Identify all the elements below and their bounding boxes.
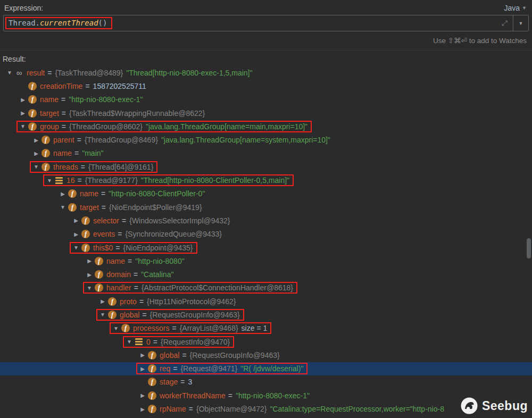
field-icon: f (41, 149, 50, 157)
equals-sign: = (128, 257, 132, 265)
variable-name: creationTime (40, 82, 82, 90)
field-icon: f (148, 351, 156, 360)
equals-sign: = (101, 189, 105, 198)
tree-row[interactable]: ▼fprocessors={ArrayList@9468}size = 1 (0, 322, 532, 335)
field-icon: f (41, 136, 50, 144)
variable-name: stage (160, 378, 178, 386)
annotation-box: ▶freq={Request@9471}"R( /jdvw/deserial)" (136, 363, 307, 374)
equals-sign: = (78, 176, 82, 185)
tree-row[interactable]: ▶frpName={ObjectName@9472}"Catalina:type… (0, 402, 532, 415)
variable-name: result (27, 69, 45, 77)
row-content: ▶fevents={SynchronizedQueue@9433} (70, 228, 226, 240)
row-content: ▶fworkerThreadName="http-nio-8080-exec-1… (136, 390, 314, 402)
hint-row: Use ⇧⌘⏎ to add to Watches (0, 31, 532, 51)
expand-arrow-icon[interactable]: ▶ (137, 392, 148, 398)
tree-row[interactable]: ▼∞result={TaskThread@8489}"Thread[http-n… (0, 66, 532, 79)
tree-row[interactable]: ▶fname="http-nio-8080-exec-1" (0, 93, 532, 106)
variable-name: global (120, 311, 139, 319)
tree-row[interactable]: ▶fglobal={RequestGroupInfo@9463} (0, 348, 532, 362)
expand-arrow-icon[interactable]: ▶ (137, 352, 148, 358)
variable-name: name (80, 189, 98, 198)
tree-row[interactable]: ▶ftarget={TaskThread$WrappingRunnable@86… (0, 106, 532, 120)
expand-arrow-icon[interactable]: ▶ (57, 191, 68, 197)
collapse-arrow-icon[interactable]: ▼ (31, 164, 41, 170)
tree-row[interactable]: ▶fparent={ThreadGroup@8469}"java.lang.Th… (0, 133, 532, 146)
tree-row[interactable]: ▼fgroup={ThreadGroup@8602}"java.lang.Thr… (0, 120, 532, 133)
expand-arrow-icon[interactable]: ▶ (137, 366, 148, 372)
expression-input[interactable]: Thread.currentThread() ⤢ ▼ (3, 15, 529, 31)
tree-row[interactable]: ▶fworkerThreadName="http-nio-8080-exec-1… (0, 389, 532, 402)
tree-row[interactable]: ▶fproto={Http11NioProtocol@9462} (0, 295, 532, 308)
collapse-arrow-icon[interactable]: ▼ (84, 285, 95, 291)
tree-row[interactable]: ▼fthreads={Thread[64]@9161} (0, 160, 532, 173)
collapse-arrow-icon[interactable]: ▼ (18, 123, 28, 129)
collapse-arrow-icon[interactable]: ▼ (97, 312, 108, 317)
equals-sign: = (115, 244, 120, 252)
indent-spacer (0, 369, 136, 369)
expand-arrow-icon[interactable]: ▶ (137, 406, 148, 412)
field-icon: f (28, 109, 37, 118)
tree-row[interactable]: ▶fname="http-nio-8080-ClientPoller-0" (0, 187, 532, 200)
variable-name: 0 (146, 338, 151, 346)
row-content: ▶fname="http-nio-8080-exec-1" (16, 94, 147, 105)
tree-row[interactable]: ▼fhandler={AbstractProtocol$ConnectionHa… (0, 281, 532, 295)
tree-row[interactable]: ▼16={Thread@9177}"Thread[http-nio-8080-C… (0, 173, 532, 187)
tree-row[interactable]: ▶fname="main" (0, 147, 532, 160)
value-reference: {ObjectName@9472} (196, 405, 267, 413)
expand-arrow-icon[interactable]: ▶ (84, 258, 95, 264)
expand-arrow-icon[interactable]: ▶ (31, 151, 41, 156)
field-icon: f (95, 270, 103, 279)
expand-arrow-icon[interactable]: ▶ (97, 298, 108, 304)
tree-row[interactable]: ▼ftarget={NioEndpoint$Poller@9419} (0, 200, 532, 214)
indent-spacer (0, 207, 56, 207)
collapse-arrow-icon[interactable]: ▼ (57, 204, 68, 210)
tree-row[interactable]: fcreationTime=1587202525711 (0, 79, 532, 93)
value-string: "http-nio-8080-exec-1" (69, 95, 143, 104)
tree-row[interactable]: ▼fglobal={RequestGroupInfo@9463} (0, 308, 532, 321)
expand-arrow-icon[interactable]: ▶ (31, 137, 41, 143)
language-selector[interactable]: Java ▼ (504, 4, 527, 12)
variable-name: name (106, 257, 125, 265)
indent-spacer (0, 220, 70, 221)
collapse-arrow-icon[interactable]: ▼ (4, 70, 15, 76)
seebug-logo-icon (460, 397, 478, 415)
indent-spacer (0, 409, 136, 409)
tree-row[interactable]: ▶fdomain="Catalina" (0, 267, 532, 281)
expand-arrow-icon[interactable]: ▶ (84, 272, 95, 278)
collapse-arrow-icon[interactable]: ▼ (111, 325, 121, 331)
collapse-arrow-icon[interactable]: ▼ (44, 178, 55, 183)
variable-name: this$0 (93, 244, 113, 252)
tree-row[interactable]: fstage=3 (0, 375, 532, 389)
field-icon: f (148, 405, 156, 413)
equals-sign: = (134, 270, 138, 279)
tree-row[interactable]: ▶fselector={WindowsSelectorImpl@9432} (0, 214, 532, 227)
tree-row[interactable]: ▶fname="http-nio-8080" (0, 254, 532, 267)
collapse-arrow-icon[interactable]: ▼ (124, 339, 135, 345)
expand-arrow-icon[interactable]: ▶ (71, 231, 81, 237)
equals-sign: = (134, 283, 138, 292)
field-icon: f (28, 82, 37, 90)
field-icon: f (68, 189, 77, 198)
tree-row[interactable]: ▼fthis$0={NioEndpoint@9435} (0, 241, 532, 254)
collapse-arrow-icon[interactable]: ▼ (71, 245, 81, 250)
expression-history-dropdown-button[interactable]: ▼ (513, 15, 528, 31)
tree-row[interactable]: ▶fevents={SynchronizedQueue@9433} (0, 228, 532, 241)
value-reference: {RequestGroupInfo@9463} (190, 351, 280, 360)
tree-row[interactable]: ▼0={RequestInfo@9470} (0, 335, 532, 348)
row-content: ▶fparent={ThreadGroup@8469}"java.lang.Th… (30, 134, 335, 146)
expand-editor-icon[interactable]: ⤢ (502, 19, 508, 28)
expand-arrow-icon[interactable]: ▶ (18, 110, 28, 116)
equals-sign: = (172, 324, 176, 332)
equals-sign: = (189, 405, 193, 413)
vertical-scrollbar[interactable] (527, 238, 531, 258)
variable-name: parent (53, 136, 74, 144)
field-icon: f (28, 95, 37, 104)
row-content: ▶fname="http-nio-8080-ClientPoller-0" (56, 188, 209, 199)
expand-arrow-icon[interactable]: ▶ (71, 218, 81, 223)
tree-row[interactable]: ▶freq={Request@9471}"R( /jdvw/deserial)" (0, 362, 532, 375)
indent-spacer (0, 140, 30, 140)
row-content: ▶fglobal={RequestGroupInfo@9463} (136, 349, 284, 361)
expand-arrow-icon[interactable]: ▶ (18, 97, 28, 103)
annotation-box: ▼16={Thread@9177}"Thread[http-nio-8080-C… (43, 174, 294, 186)
expression-parens: () (98, 19, 107, 27)
